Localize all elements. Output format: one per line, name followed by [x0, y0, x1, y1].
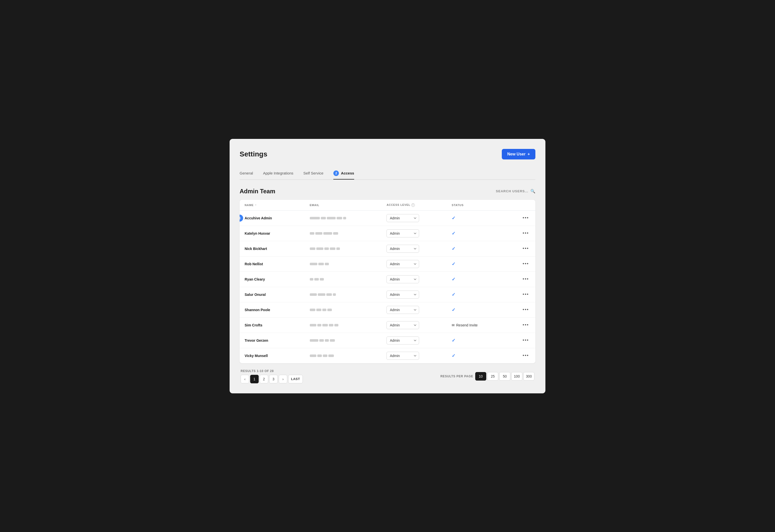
more-actions-button[interactable]: ••• [521, 353, 530, 359]
access-level-select[interactable]: AdminMemberViewer [386, 245, 419, 253]
more-actions-button[interactable]: ••• [521, 322, 530, 328]
per-page-area: RESULTS PER PAGE 10 25 50 100 300 [441, 372, 534, 381]
access-level-select[interactable]: AdminMemberViewer [386, 321, 419, 329]
email-block [310, 217, 320, 219]
more-actions-button[interactable]: ••• [521, 291, 530, 298]
access-level-select[interactable]: AdminMemberViewer [386, 291, 419, 299]
access-level-cell: AdminMemberViewer [381, 272, 447, 287]
plus-icon: + [528, 152, 530, 156]
header-row: Settings New User + [240, 149, 535, 159]
page-3-button[interactable]: 3 [269, 375, 278, 383]
email-block [336, 217, 342, 219]
email-block [310, 324, 316, 327]
access-level-select[interactable]: AdminMemberViewer [386, 229, 419, 237]
name-cell: Vicky Munsell [240, 348, 305, 363]
tab-access[interactable]: 2 Access [333, 167, 354, 179]
actions-cell: ••• [512, 287, 535, 302]
email-cell [305, 287, 382, 302]
status-check-icon: ✓ [452, 215, 456, 220]
email-block [310, 247, 315, 250]
name-cell: Nick Bickhart [240, 241, 305, 256]
email-block [310, 232, 314, 235]
search-icon[interactable]: 🔍 [530, 189, 535, 193]
more-actions-button[interactable]: ••• [521, 245, 530, 252]
status-cell: ✓ [447, 302, 512, 318]
per-page-10[interactable]: 10 [475, 372, 486, 381]
access-level-select[interactable]: AdminMemberViewer [386, 306, 419, 314]
status-cell: ✓ [447, 225, 512, 241]
access-level-select[interactable]: AdminMemberViewer [386, 352, 419, 360]
per-page-25[interactable]: 25 [487, 372, 498, 381]
email-block [316, 247, 323, 250]
prev-page-button[interactable]: ‹ [241, 375, 249, 383]
actions-cell: ••• [512, 256, 535, 272]
email-block [334, 324, 338, 327]
more-actions-button[interactable]: ••• [521, 337, 530, 344]
next-page-button[interactable]: › [279, 375, 287, 383]
search-area: SEARCH USERS... 🔍 [496, 189, 535, 193]
access-level-cell: AdminMemberViewer [381, 348, 447, 363]
email-block [330, 247, 335, 250]
more-actions-button[interactable]: ••• [521, 261, 530, 267]
tab-access-label: Access [341, 171, 354, 175]
table-row: Salur OnuralAdminMemberViewer✓••• [240, 287, 535, 302]
table-row: Rob NellistAdminMemberViewer✓••• [240, 256, 535, 272]
user-name: Salur Onural [245, 293, 266, 297]
access-level-select[interactable]: AdminMemberViewer [386, 214, 419, 222]
page-controls: ‹ 1 2 3 › LAST [241, 375, 303, 383]
name-cell: 3Accuhive Admin [240, 210, 305, 225]
content-area: Admin Team SEARCH USERS... 🔍 NAME ↑ [240, 188, 535, 383]
user-name: Sim Crofts [245, 323, 262, 327]
email-block [326, 293, 332, 296]
email-block [321, 217, 326, 219]
per-page-50[interactable]: 50 [499, 372, 510, 381]
user-name: Ryan Cleary [245, 277, 265, 281]
per-page-100[interactable]: 100 [511, 372, 522, 381]
tab-apple-label: Apple Integrations [263, 171, 293, 175]
actions-cell: ••• [512, 225, 535, 241]
access-level-select[interactable]: AdminMemberViewer [386, 275, 419, 283]
name-cell: Rob Nellist [240, 256, 305, 272]
table-row: Vicky MunsellAdminMemberViewer✓••• [240, 348, 535, 363]
sort-icon[interactable]: ↑ [255, 203, 257, 206]
tab-self-service[interactable]: Self Service [303, 167, 323, 179]
actions-cell: ••• [512, 302, 535, 318]
page-1-button[interactable]: 1 [250, 375, 259, 383]
more-actions-button[interactable]: ••• [521, 307, 530, 313]
table-row: Katelyn HusvarAdminMemberViewer✓••• [240, 225, 535, 241]
col-email: EMAIL [305, 200, 382, 210]
access-level-cell: AdminMemberViewer [381, 225, 447, 241]
row-badge: 3 [240, 214, 243, 221]
resend-invite-button[interactable]: ✉Resend Invite [452, 323, 507, 327]
pagination-left: RESULTS 1-10 OF 28 ‹ 1 2 3 › LAST [241, 369, 303, 383]
status-cell: ✓ [447, 272, 512, 287]
status-check-icon: ✓ [452, 231, 456, 236]
access-level-cell: AdminMemberViewer [381, 210, 447, 225]
access-level-info-icon[interactable]: i [411, 203, 415, 207]
per-page-controls: 10 25 50 100 300 [475, 372, 534, 381]
access-level-cell: AdminMemberViewer [381, 241, 447, 256]
more-actions-button[interactable]: ••• [521, 276, 530, 282]
new-user-button[interactable]: New User + [502, 149, 535, 159]
email-block [320, 278, 324, 281]
access-level-select[interactable]: AdminMemberViewer [386, 260, 419, 268]
more-actions-button[interactable]: ••• [521, 230, 530, 236]
email-block [310, 263, 317, 265]
user-name: Katelyn Husvar [245, 231, 270, 235]
col-actions [512, 200, 535, 210]
status-cell: ✓ [447, 241, 512, 256]
page-2-button[interactable]: 2 [260, 375, 268, 383]
tab-self-service-label: Self Service [303, 171, 323, 175]
tab-access-badge: 2 [333, 170, 339, 176]
tab-apple[interactable]: Apple Integrations [263, 167, 293, 179]
actions-cell: ••• [512, 318, 535, 333]
email-cell [305, 210, 382, 225]
tab-general[interactable]: General [240, 167, 253, 179]
status-check-icon: ✓ [452, 353, 456, 358]
email-block [328, 355, 334, 357]
col-name: NAME ↑ [240, 200, 305, 210]
more-actions-button[interactable]: ••• [521, 215, 530, 221]
last-page-button[interactable]: LAST [288, 375, 303, 383]
per-page-300[interactable]: 300 [523, 372, 534, 381]
access-level-select[interactable]: AdminMemberViewer [386, 337, 419, 345]
